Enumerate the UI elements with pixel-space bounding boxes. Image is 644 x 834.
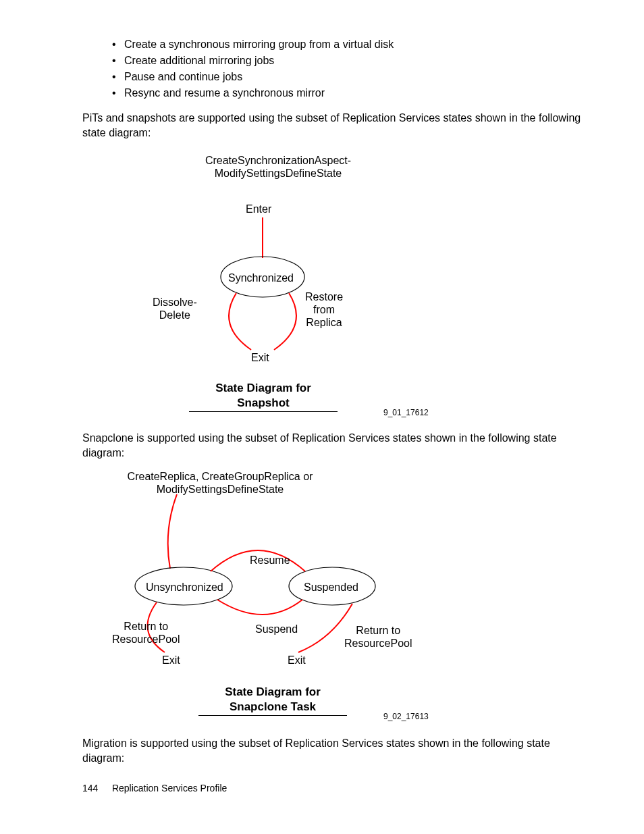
label-return-right: Return to ResourcePool bbox=[344, 624, 412, 650]
list-item: Resync and resume a synchronous mirror bbox=[113, 85, 583, 101]
label-dissolve-delete: Dissolve- Delete bbox=[153, 296, 197, 321]
label-restore-from-replica: Restore from Replica bbox=[305, 290, 343, 329]
section-title: Replication Services Profile bbox=[112, 783, 227, 793]
label-return-left: Return to ResourcePool bbox=[112, 620, 180, 646]
page-footer: 144 Replication Services Profile bbox=[82, 783, 227, 793]
figure-id: 9_01_17612 bbox=[383, 407, 429, 419]
diagram-headline: CreateReplica, CreateGroupReplica or Mod… bbox=[105, 470, 335, 496]
state-synchronized: Synchronized bbox=[228, 271, 294, 284]
paragraph: Snapclone is supported using the subset … bbox=[82, 431, 583, 461]
diagram-headline: CreateSynchronizationAspect- ModifySetti… bbox=[190, 154, 366, 180]
state-unsynchronized: Unsynchronized bbox=[146, 581, 223, 594]
label-exit-right: Exit bbox=[288, 654, 306, 667]
label-exit-left: Exit bbox=[162, 654, 180, 667]
bullet-list: Create a synchronous mirroring group fro… bbox=[82, 36, 583, 101]
state-diagram-snapshot: CreateSynchronizationAspect- ModifySetti… bbox=[82, 150, 583, 420]
state-suspended: Suspended bbox=[304, 581, 358, 594]
diagram-title: State Diagram for Snapshot bbox=[189, 381, 338, 412]
paragraph: Migration is supported using the subset … bbox=[82, 736, 583, 766]
label-exit: Exit bbox=[251, 351, 269, 364]
label-suspend: Suspend bbox=[255, 623, 298, 635]
state-diagram-snapclone: CreateReplica, CreateGroupReplica or Mod… bbox=[82, 470, 583, 725]
list-item: Create additional mirroring jobs bbox=[113, 53, 583, 69]
list-item: Create a synchronous mirroring group fro… bbox=[113, 36, 583, 53]
figure-id: 9_02_17613 bbox=[383, 710, 429, 723]
diagram-title: State Diagram for Snapclone Task bbox=[198, 685, 347, 716]
label-resume: Resume bbox=[250, 554, 290, 567]
page-number: 144 bbox=[82, 783, 109, 793]
diagram-svg bbox=[82, 150, 583, 420]
paragraph: PiTs and snapshots are supported using t… bbox=[82, 111, 583, 140]
list-item: Pause and continue jobs bbox=[113, 69, 583, 85]
label-enter: Enter bbox=[246, 203, 271, 215]
